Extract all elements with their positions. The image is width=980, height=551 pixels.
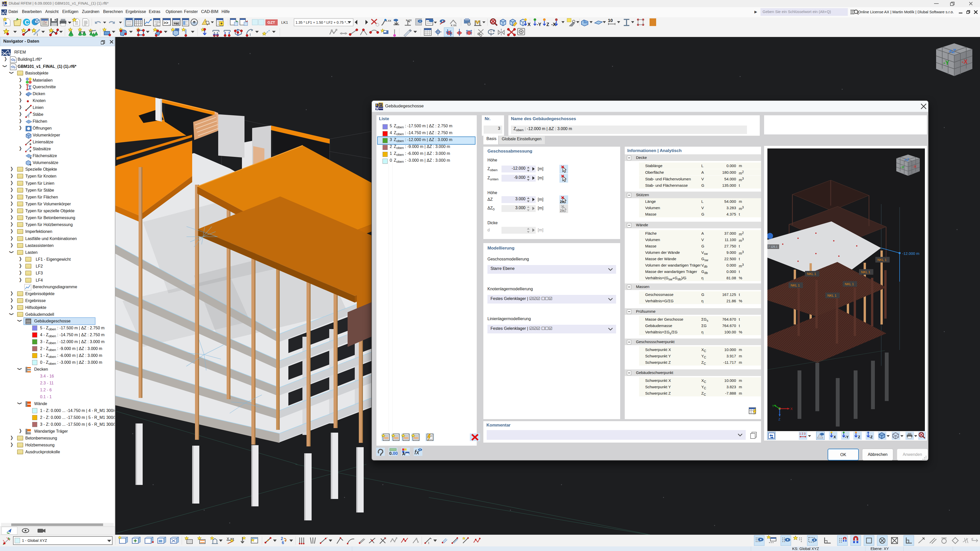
svg-text:-X: -X <box>913 164 916 168</box>
svg-text:10: 10 <box>608 18 613 23</box>
svg-text:GZT: GZT <box>267 20 275 24</box>
svg-text:1.35 * LF1 + 1.50 * LF2 + 0.75: 1.35 * LF1 + 1.50 * LF2 + 0.75 *... <box>296 21 349 24</box>
svg-text:Z: Z <box>546 22 549 27</box>
svg-text:Y: Y <box>772 404 774 408</box>
svg-text:-12.000 m: -12.000 m <box>902 251 920 256</box>
svg-text:-Y: -Y <box>943 59 949 66</box>
svg-text:X: X <box>528 22 531 27</box>
svg-text:7 125.1: 7 125.1 <box>768 245 778 248</box>
svg-text:C: C <box>25 19 29 26</box>
svg-text:Z: Z <box>778 417 780 421</box>
svg-text:1 2 3: 1 2 3 <box>799 432 805 435</box>
svg-text:NKL 1: NKL 1 <box>877 258 886 262</box>
svg-text:Z: Z <box>858 435 860 439</box>
svg-text:NKL 1: NKL 1 <box>807 272 816 276</box>
svg-text:I: I <box>428 541 429 545</box>
svg-text:NKL 1: NKL 1 <box>791 283 800 287</box>
svg-text:-X: -X <box>962 59 968 65</box>
svg-text:-Y: -Y <box>537 22 541 27</box>
svg-text:x.xx: x.xx <box>406 18 412 22</box>
svg-text:6: 6 <box>282 540 284 545</box>
svg-text:-Y: -Y <box>900 165 904 169</box>
svg-text:A: A <box>402 452 405 456</box>
svg-text:NKL 1: NKL 1 <box>861 270 870 274</box>
svg-text:1 - Global XYZ: 1 - Global XYZ <box>22 538 47 543</box>
svg-text:X: X <box>834 435 836 439</box>
svg-text:x.xx: x.xx <box>385 19 391 22</box>
svg-text:2x: 2x <box>560 200 564 204</box>
svg-text:I: I <box>250 32 251 37</box>
svg-text:I: I <box>37 32 38 37</box>
svg-text:6: 6 <box>2 2 3 4</box>
svg-text:>>_: >>_ <box>164 21 171 25</box>
svg-text:>sc: >sc <box>173 21 179 25</box>
svg-text:X: X <box>791 407 793 411</box>
svg-text:0.00: 0.00 <box>389 451 398 456</box>
svg-text:6: 6 <box>375 103 377 107</box>
svg-text:LK1: LK1 <box>281 20 288 24</box>
svg-text:-X: -X <box>551 22 556 27</box>
svg-text:-Y: -Y <box>845 435 849 439</box>
svg-text:2x: 2x <box>560 209 564 213</box>
svg-text:2: 2 <box>281 537 283 541</box>
svg-text:-Z: -Z <box>869 435 873 439</box>
svg-text:NKL 1: NKL 1 <box>845 282 854 286</box>
svg-text:NKL 1: NKL 1 <box>827 294 837 297</box>
svg-text:x.xx: x.xx <box>451 23 457 27</box>
svg-text:I: I <box>28 114 29 118</box>
